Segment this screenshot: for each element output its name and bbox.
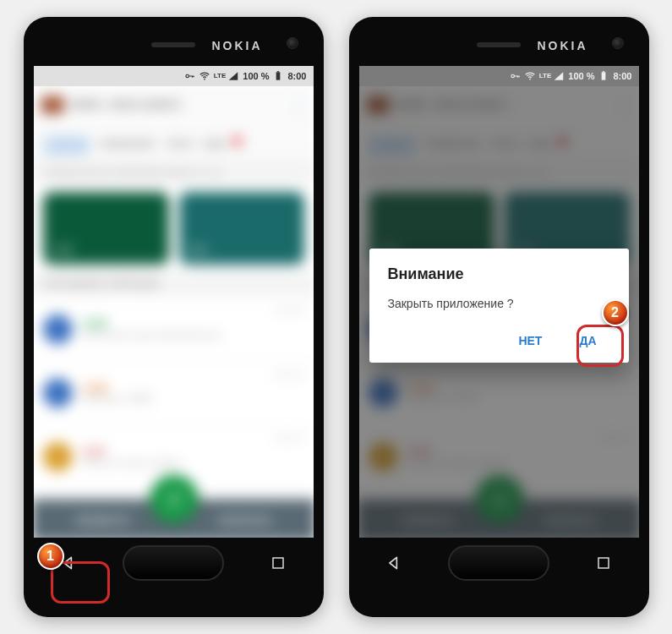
recent-ops-title: ПОСЛЕДНИЕ ОПЕРАЦИИ (34, 271, 314, 298)
front-camera (287, 37, 298, 49)
tx-desc: Перевод от WMID (80, 394, 265, 403)
dialog-message: Закрыть приложение ? (388, 297, 610, 310)
tx-icon (42, 314, 72, 344)
bottom-left-label[interactable]: ПЕРЕВЕСТИ (75, 516, 128, 525)
tab-chats[interactable]: ЧАТЫ (165, 139, 193, 149)
phone-left: NOKIA LTE 100 % 8:00 WMID: 305011408037 … (24, 17, 324, 617)
svg-point-6 (529, 79, 531, 80)
card-balance: 1,00 (52, 243, 160, 255)
back-button[interactable] (379, 548, 409, 578)
vpn-key-icon (183, 70, 195, 82)
wifi-icon (524, 70, 536, 82)
card-item[interactable]: 1,00 (42, 192, 167, 265)
phone-screen: LTE 100 % 8:00 WMID: 305011408037 ⋮ ГЛАВ… (34, 66, 314, 538)
wifi-icon (199, 70, 210, 82)
phone-right: NOKIA LTE 100 % 8:00 WMID: 305011408037 … (349, 17, 649, 617)
wmid-label: WMID: 305011408037 (70, 99, 182, 111)
svg-rect-9 (598, 558, 609, 568)
phone-top-bezel: NOKIA (359, 25, 639, 66)
earpiece (477, 42, 521, 47)
tab-bar: ГЛАВНАЯ КОШЕЛЬКИ ЧАТЫ ЕЩЕ (34, 128, 314, 160)
marker-1-label: 1 (46, 549, 54, 564)
tx-amount: -0,15 (80, 445, 265, 457)
earpiece (151, 42, 195, 47)
svg-rect-2 (276, 72, 281, 79)
bottom-right-label[interactable]: ЗАПРОСИТЬ (217, 516, 271, 525)
android-nav-bar (359, 538, 639, 588)
list-item[interactable]: +4,00 Перевод от WMID 22.01.29 (34, 361, 314, 424)
tx-date: 22.01.29 (274, 369, 304, 378)
card-item[interactable]: 0,01 (178, 192, 303, 265)
tx-icon (42, 442, 72, 472)
list-item[interactable]: +0,00 Пополнение через обменный пункт 22… (34, 298, 314, 361)
app-header: WMID: 305011408037 ⋮ (34, 82, 314, 128)
status-time: 8:00 (613, 71, 631, 81)
tab-main[interactable]: ГЛАВНАЯ (42, 135, 88, 151)
status-bar: LTE 100 % 8:00 (359, 66, 639, 86)
svg-point-0 (186, 74, 189, 78)
marker-2-label: 2 (611, 305, 619, 320)
battery-icon (598, 70, 609, 82)
front-camera (612, 37, 624, 49)
tx-date: 22.01.29 (274, 306, 304, 314)
overflow-menu-icon[interactable]: ⋮ (290, 96, 305, 114)
recents-button[interactable] (263, 548, 293, 578)
status-time: 8:00 (287, 71, 306, 81)
brand-logo: NOKIA (537, 39, 587, 52)
tab-wallets[interactable]: КОШЕЛЬКИ (99, 139, 154, 149)
svg-rect-3 (277, 71, 279, 72)
battery-pct: 100 % (568, 71, 594, 81)
svg-rect-4 (273, 558, 283, 568)
tx-amount: +0,00 (80, 318, 265, 330)
android-nav-bar (34, 538, 314, 588)
svg-rect-7 (602, 72, 606, 79)
tx-date: 22.01.29 (274, 434, 304, 442)
tx-desc: Пополнение через обменный пункт (80, 330, 265, 339)
dialog-yes-button[interactable]: ДА (565, 325, 609, 356)
tx-icon (42, 378, 72, 407)
home-button[interactable] (448, 545, 549, 581)
tab-more[interactable]: ЕЩЕ (203, 139, 225, 149)
network-type: LTE (539, 73, 552, 79)
dialog-no-button[interactable]: НЕТ (505, 325, 555, 356)
phone-top-bezel: NOKIA (34, 25, 314, 66)
phone-screen: LTE 100 % 8:00 WMID: 305011408037 ⋮ ГЛАВ… (359, 66, 639, 538)
confirm-dialog: Внимание Закрыть приложение ? НЕТ ДА (369, 249, 629, 363)
step-marker-2: 2 (602, 299, 629, 326)
tx-desc: Оплата в пользу сервиса (80, 457, 265, 467)
signal-icon (227, 70, 239, 82)
wm-logo-icon (41, 96, 63, 113)
step-marker-1: 1 (37, 543, 64, 570)
vpn-key-icon (509, 70, 521, 82)
battery-pct: 100 % (243, 71, 269, 81)
transfer-icon (164, 489, 183, 508)
cards-row: 1,00 0,01 (34, 185, 314, 271)
signal-icon (553, 70, 565, 82)
brand-logo: NOKIA (211, 39, 262, 52)
svg-rect-8 (603, 71, 604, 72)
recents-button[interactable] (588, 548, 619, 578)
app-content-blurred: WMID: 305011408037 ⋮ ГЛАВНАЯ КОШЕЛЬКИ ЧА… (34, 82, 314, 538)
promo-banner: Универсальные банковские карты от т.д. (34, 159, 314, 185)
fab-button[interactable] (149, 475, 197, 523)
battery-icon (272, 70, 284, 82)
svg-point-1 (204, 79, 205, 80)
card-balance: 0,01 (187, 243, 295, 255)
svg-point-5 (511, 74, 515, 78)
status-bar: LTE 100 % 8:00 (34, 66, 314, 86)
dialog-title: Внимание (388, 265, 610, 283)
home-button[interactable] (123, 545, 224, 581)
dialog-actions: НЕТ ДА (388, 325, 610, 356)
network-type: LTE (214, 73, 227, 79)
tx-amount: +4,00 (80, 382, 265, 394)
notification-dot-icon (232, 137, 241, 145)
